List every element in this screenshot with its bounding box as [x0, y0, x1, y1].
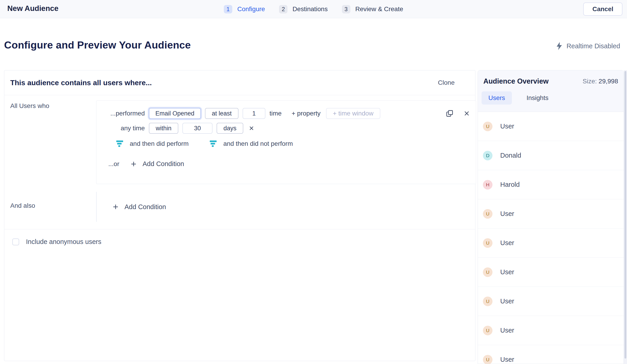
duplicate-icon[interactable]: [446, 110, 454, 117]
within-select[interactable]: within: [149, 123, 178, 134]
condition-row-actions: [446, 110, 470, 117]
user-avatar: U: [483, 326, 492, 335]
realtime-status: Realtime Disabled: [556, 42, 620, 50]
time-prefix: any time: [101, 125, 145, 132]
overview-panel-header: Audience Overview Size: 29,998 UsersInsi…: [478, 70, 624, 112]
funnel-icon: [116, 140, 124, 147]
or-label: ...or: [108, 160, 119, 168]
plus-icon: [112, 203, 119, 210]
user-list-item[interactable]: U User: [478, 345, 624, 364]
stepper: 1 Configure 2 Destinations 3 Review & Cr…: [224, 0, 403, 18]
user-name: User: [500, 327, 514, 334]
user-name: User: [500, 239, 514, 247]
step-label: Destinations: [293, 5, 328, 13]
user-name: User: [500, 356, 514, 363]
count-suffix-label: time: [269, 110, 282, 117]
scrollbar-track: [624, 70, 627, 364]
user-list-item[interactable]: U User: [478, 258, 624, 287]
user-avatar: U: [483, 209, 492, 219]
user-avatar: H: [483, 180, 492, 189]
user-name: User: [500, 123, 514, 130]
user-list: U User D Donald H Harold U User U User U…: [478, 112, 624, 364]
user-avatar: U: [483, 297, 492, 306]
remove-condition-icon[interactable]: [464, 110, 470, 117]
overview-tab[interactable]: Insights: [520, 91, 555, 105]
user-list-item[interactable]: U User: [478, 112, 624, 141]
user-list-item[interactable]: H Harold: [478, 170, 624, 199]
overview-tab[interactable]: Users: [481, 91, 512, 105]
step-number-badge: 2: [279, 5, 288, 13]
and-also-group: Add Condition: [96, 192, 370, 222]
time-unit-select[interactable]: days: [217, 123, 243, 134]
step-number-badge: 3: [342, 5, 350, 13]
user-list-item[interactable]: U User: [478, 287, 624, 316]
user-avatar: U: [483, 355, 492, 364]
audience-overview-panel: Audience Overview Size: 29,998 UsersInsi…: [478, 70, 624, 364]
size-label: Size:: [582, 78, 597, 85]
audience-builder-card: This audience contains all users where..…: [4, 70, 475, 361]
page-title: Configure and Preview Your Audience: [4, 39, 191, 51]
builder-card-title: This audience contains all users where..…: [10, 79, 152, 87]
cancel-button[interactable]: Cancel: [583, 2, 623, 16]
plus-icon: [130, 161, 137, 167]
user-name: User: [500, 210, 514, 218]
audience-size: Size: 29,998: [582, 78, 618, 85]
user-list-item[interactable]: U User: [478, 199, 624, 228]
user-name: User: [500, 268, 514, 276]
add-condition-button[interactable]: Add Condition: [130, 160, 184, 168]
user-avatar: U: [483, 268, 492, 277]
user-avatar: U: [483, 238, 492, 248]
stepper-step[interactable]: 1 Configure: [224, 5, 265, 13]
user-list-item[interactable]: D Donald: [478, 141, 624, 170]
stepper-step[interactable]: 3 Review & Create: [342, 5, 403, 13]
and-also-label: And also: [10, 202, 35, 209]
and-also-add-condition-button[interactable]: Add Condition: [112, 203, 166, 211]
user-list-item[interactable]: U User: [478, 228, 624, 258]
or-add-condition-row: ...or Add Condition: [108, 160, 470, 168]
include-anonymous-checkbox[interactable]: [12, 238, 19, 245]
realtime-status-label: Realtime Disabled: [567, 42, 620, 50]
user-name: User: [500, 297, 514, 305]
sequence-link-label: and then did perform: [130, 140, 189, 147]
condition-row-time: any time within days: [101, 123, 470, 134]
remove-time-window-icon[interactable]: [249, 126, 254, 131]
condition-prefix: ...performed: [101, 110, 145, 117]
builder-card-header: This audience contains all users where..…: [4, 70, 475, 95]
clone-button[interactable]: Clone: [438, 79, 455, 86]
user-avatar: U: [483, 122, 492, 131]
size-value: 29,998: [598, 78, 618, 85]
stepper-step[interactable]: 2 Destinations: [279, 5, 328, 13]
group-label-all-users-who: All Users who: [10, 102, 49, 110]
overview-tabs: UsersInsights: [481, 91, 555, 105]
step-number-badge: 1: [224, 5, 232, 13]
include-anonymous-label: Include anonymous users: [26, 238, 101, 246]
user-name: Harold: [500, 181, 520, 188]
sequence-link-label: and then did not perform: [223, 140, 293, 147]
add-property-button[interactable]: + property: [292, 110, 320, 117]
user-avatar: D: [483, 151, 492, 160]
sequence-link[interactable]: and then did not perform: [209, 140, 293, 147]
anonymous-users-row: Include anonymous users: [4, 229, 475, 246]
window-title: New Audience: [7, 4, 58, 13]
user-list-item[interactable]: U User: [478, 316, 624, 345]
add-time-window-button[interactable]: + time window: [326, 108, 380, 119]
funnel-icon: [209, 140, 217, 147]
user-name: Donald: [500, 152, 521, 159]
event-select-input[interactable]: [149, 108, 201, 119]
time-amount-input[interactable]: [182, 123, 212, 134]
step-label: Review & Create: [355, 5, 403, 13]
top-bar: New Audience 1 Configure 2 Destinations …: [0, 0, 627, 18]
sequence-links-row: and then did perform and then did not pe…: [116, 140, 470, 147]
scrollbar-thumb[interactable]: [625, 71, 626, 359]
step-label: Configure: [237, 5, 265, 13]
operator-select[interactable]: at least: [205, 108, 239, 119]
lightning-bolt-icon: [556, 42, 563, 50]
sequence-link[interactable]: and then did perform: [116, 140, 189, 147]
count-input[interactable]: [243, 108, 265, 119]
condition-group: ...performed at least time + property + …: [96, 100, 476, 184]
condition-row-event: ...performed at least time + property + …: [101, 108, 470, 119]
